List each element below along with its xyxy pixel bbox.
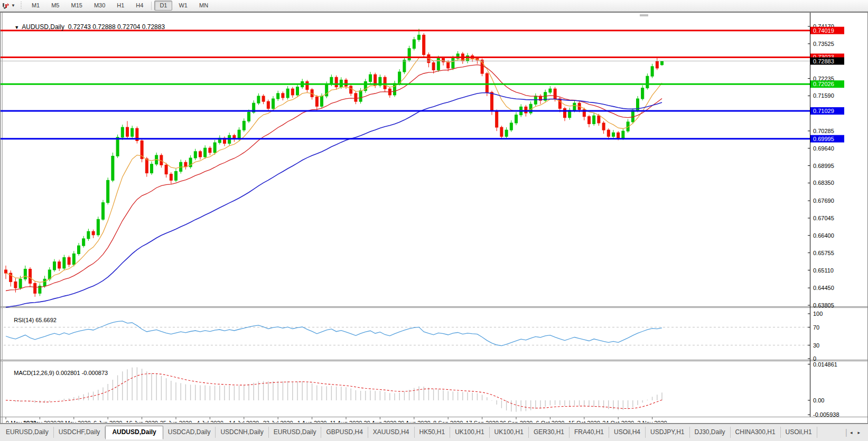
svg-text:0.70285: 0.70285 xyxy=(813,128,834,134)
svg-text:0.68995: 0.68995 xyxy=(813,163,834,169)
svg-text:0.66400: 0.66400 xyxy=(813,232,834,239)
svg-text:0.72026: 0.72026 xyxy=(813,81,834,87)
svg-text:3 Nov 2020: 3 Nov 2020 xyxy=(637,420,667,423)
chart-period-icon-glyph xyxy=(2,2,10,10)
svg-text:28 May 2020: 28 May 2020 xyxy=(57,420,91,423)
svg-text:0.72883: 0.72883 xyxy=(813,58,834,64)
svg-text:0.67690: 0.67690 xyxy=(813,198,834,204)
candles-layer xyxy=(5,29,664,297)
chart-tab-dj30-daily[interactable]: DJ30,Daily xyxy=(690,427,731,438)
chart-tab-eurusd-daily[interactable]: EURUSD,Daily xyxy=(1,427,54,438)
macd-values: 0.002801 -0.000873 xyxy=(56,370,108,376)
svg-text:23 Jul 2020: 23 Jul 2020 xyxy=(263,420,293,423)
ma-medium-line xyxy=(6,65,662,291)
chart-symbol: AUDUSD,Daily xyxy=(22,23,64,31)
svg-text:-0.005938: -0.005938 xyxy=(813,411,839,418)
svg-text:15 Oct 2020: 15 Oct 2020 xyxy=(568,420,600,423)
svg-text:24 Oct 2020: 24 Oct 2020 xyxy=(602,420,634,423)
svg-text:0.71590: 0.71590 xyxy=(813,92,834,99)
timeframe-button-h4[interactable]: H4 xyxy=(130,1,148,11)
svg-text:1 Aug 2020: 1 Aug 2020 xyxy=(297,420,327,423)
timeframe-button-m30[interactable]: M30 xyxy=(89,1,110,11)
svg-text:0.74019: 0.74019 xyxy=(813,27,834,34)
svg-text:0.73525: 0.73525 xyxy=(813,41,834,47)
svg-text:0.63805: 0.63805 xyxy=(813,302,834,308)
timeframe-button-d1[interactable]: D1 xyxy=(154,1,172,11)
chart-canvas[interactable]: 0.741700.735250.722350.715900.702850.696… xyxy=(1,13,867,423)
chart-tab-eurusd-daily[interactable]: EURUSD,Daily xyxy=(269,427,322,438)
chart-tab-uk100-h1[interactable]: UK100,H1 xyxy=(450,427,489,438)
svg-text:20 Aug 2020: 20 Aug 2020 xyxy=(364,420,397,423)
svg-text:26 Sep 2020: 26 Sep 2020 xyxy=(500,420,533,423)
chart-tab-usoil-h1[interactable]: USOil,H1 xyxy=(781,427,817,438)
timeframe-button-h1[interactable]: H1 xyxy=(111,1,129,11)
timeframe-button-m15[interactable]: M15 xyxy=(66,1,87,11)
svg-text:8 Sep 2020: 8 Sep 2020 xyxy=(433,420,463,423)
rsi-line xyxy=(6,321,662,346)
chart-tab-usoil-h4[interactable]: USOil,H4 xyxy=(609,427,646,438)
chart-tab-uk100-h1[interactable]: UK100,H1 xyxy=(490,427,529,438)
svg-text:70: 70 xyxy=(813,324,819,331)
svg-text:14 Jul 2020: 14 Jul 2020 xyxy=(229,420,259,423)
svg-text:0.71029: 0.71029 xyxy=(813,108,834,114)
chart-window[interactable]: ▼AUDUSD,Daily 0.72743 0.72888 0.72704 0.… xyxy=(0,12,868,424)
toolbar-grip[interactable] xyxy=(20,2,23,10)
svg-text:0.67045: 0.67045 xyxy=(813,215,834,221)
chart-tab-usdcnh-daily[interactable]: USDCNH,Daily xyxy=(216,427,268,438)
chart-tab-audusd-daily[interactable]: AUDUSD,Daily xyxy=(105,426,163,439)
ma-fast-line xyxy=(6,57,662,282)
svg-text:0.65755: 0.65755 xyxy=(813,250,834,256)
svg-text:17 Sep 2020: 17 Sep 2020 xyxy=(465,420,498,423)
timeframe-toolbar: ▼ M1M5M15M30H1H4D1W1MN xyxy=(0,0,868,12)
svg-text:0.68350: 0.68350 xyxy=(813,180,834,186)
svg-text:11 Aug 2020: 11 Aug 2020 xyxy=(330,420,362,423)
svg-text:19 May 2020: 19 May 2020 xyxy=(23,420,57,423)
price-axis[interactable]: 0.741700.735250.722350.715900.702850.696… xyxy=(808,13,839,418)
chart-tabbar: EURUSD,DailyUSDCHF,DailyAUDUSD,DailyUSDC… xyxy=(0,424,868,441)
chart-tab-xauusd-h4[interactable]: XAUUSD,H4 xyxy=(368,427,415,438)
svg-text:0.65110: 0.65110 xyxy=(813,267,834,274)
svg-text:0.69640: 0.69640 xyxy=(813,145,834,152)
svg-text:25 Jun 2020: 25 Jun 2020 xyxy=(160,420,192,423)
chart-tab-gbpusd-h4[interactable]: GBPUSD,H4 xyxy=(321,427,368,438)
tabs-scroll-left-icon[interactable]: ◂ xyxy=(847,430,855,435)
svg-text:6 Jun 2020: 6 Jun 2020 xyxy=(94,420,122,423)
timeframe-button-mn[interactable]: MN xyxy=(194,1,213,11)
horizontal-level-lines[interactable] xyxy=(1,31,810,139)
rsi-indicator-label: RSI(14) 65.6692 xyxy=(7,311,57,330)
chart-tab-china300-h1[interactable]: CHINA300,H1 xyxy=(731,427,781,438)
svg-text:16 Jun 2020: 16 Jun 2020 xyxy=(126,420,158,423)
ma-slow-line xyxy=(6,93,662,307)
rsi-value: 65.6692 xyxy=(35,317,57,323)
chart-tab-usdchf-daily[interactable]: USDCHF,Daily xyxy=(54,427,106,438)
chart-tab-usdcad-daily[interactable]: USDCAD,Daily xyxy=(163,427,216,438)
svg-text:29 Aug 2020: 29 Aug 2020 xyxy=(398,420,431,423)
chart-tab-hk50-h1[interactable]: HK50,H1 xyxy=(415,427,451,438)
timeframe-button-w1[interactable]: W1 xyxy=(173,1,193,11)
chart-tab-fra40-h1[interactable]: FRA40,H1 xyxy=(570,427,609,438)
rsi-level-lines xyxy=(4,327,810,345)
svg-text:0.69995: 0.69995 xyxy=(813,136,834,142)
chart-hscroll-thumb[interactable] xyxy=(640,14,648,16)
timeframe-button-m1[interactable]: M1 xyxy=(26,1,45,11)
svg-text:4 Jul 2020: 4 Jul 2020 xyxy=(197,420,223,423)
chart-period-icon[interactable] xyxy=(1,2,11,10)
macd-indicator-label: MACD(12,26,9) 0.002801 -0.000873 xyxy=(7,363,108,382)
timeframe-button-m5[interactable]: M5 xyxy=(46,1,64,11)
svg-text:100: 100 xyxy=(813,311,823,317)
chart-tab-usdjpy-h1[interactable]: USDJPY,H1 xyxy=(646,427,689,438)
collapse-arrow-icon[interactable]: ▼ xyxy=(14,25,19,30)
svg-text:0.00: 0.00 xyxy=(813,397,824,404)
chart-title: ▼AUDUSD,Daily 0.72743 0.72888 0.72704 0.… xyxy=(7,16,165,38)
chart-ohlc-values: 0.72743 0.72888 0.72704 0.72883 xyxy=(68,23,165,31)
toolbar-separator xyxy=(151,2,152,10)
chevron-down-icon[interactable]: ▼ xyxy=(11,3,17,8)
svg-text:6 Oct 2020: 6 Oct 2020 xyxy=(536,420,564,423)
time-axis[interactable]: 9 May 202019 May 202028 May 20206 Jun 20… xyxy=(6,417,667,423)
svg-text:30: 30 xyxy=(813,342,819,349)
svg-text:0.64450: 0.64450 xyxy=(813,285,834,291)
svg-text:0.014861: 0.014861 xyxy=(813,361,837,368)
tabs-scroll-right-icon[interactable]: ▸ xyxy=(855,430,863,435)
chart-tab-ger30-h1[interactable]: GER30,H1 xyxy=(529,427,570,438)
